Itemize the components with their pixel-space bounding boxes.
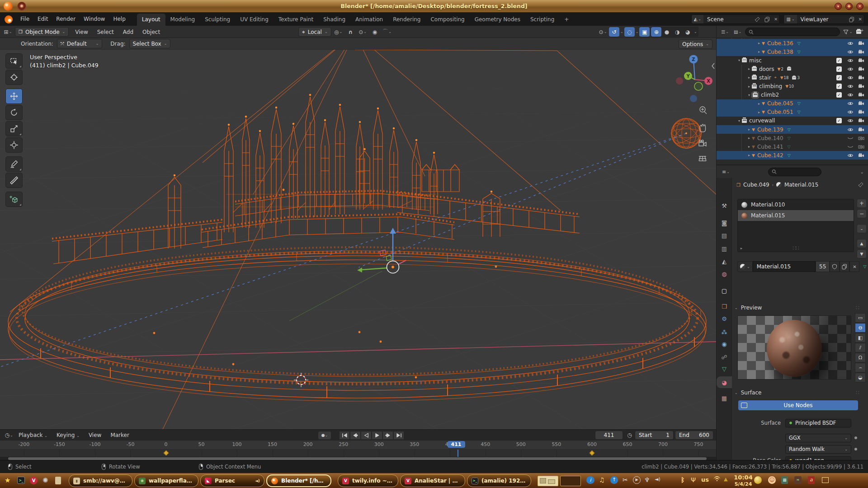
tool-rotate[interactable] — [5, 105, 23, 120]
outliner-display-mode-dropdown[interactable]: ☰⌄ — [720, 27, 730, 37]
hide-viewport-toggle[interactable] — [847, 136, 854, 141]
browse-material-dropdown[interactable]: ⌄ — [737, 261, 753, 272]
tray-play-icon[interactable]: ▶ — [633, 476, 641, 484]
disable-render-toggle[interactable] — [858, 49, 864, 55]
show-desktop-button[interactable] — [822, 477, 829, 483]
proportional-editing-toggle[interactable]: ◉ — [370, 27, 380, 37]
viewport-menu-select[interactable]: Select — [93, 29, 118, 35]
tab-tool[interactable]: ⚒ — [717, 200, 732, 211]
stopwatch-icon[interactable]: ◷ — [624, 431, 635, 440]
pin-icon[interactable] — [752, 17, 762, 22]
hide-viewport-toggle[interactable] — [847, 153, 854, 158]
end-frame-field[interactable]: End600 — [675, 431, 713, 440]
hide-viewport-toggle[interactable] — [847, 49, 854, 55]
preview-cube[interactable]: ◧ — [855, 333, 866, 343]
outliner-row[interactable]: ▸ ▼Cube.142▽ — [717, 151, 868, 160]
close-button[interactable]: ✕ — [856, 3, 863, 10]
tab-texture[interactable]: ▦ — [717, 392, 732, 404]
orientation-default-dropdown[interactable]: ⤱Default⌄ — [57, 39, 103, 48]
keyframe-diamond[interactable] — [589, 450, 595, 456]
tool-transform[interactable] — [5, 137, 23, 153]
disable-render-toggle[interactable] — [858, 118, 864, 123]
taskbar-window-v[interactable]: VAnalieStar | H... — [400, 474, 465, 487]
expand-arrow[interactable]: ▾ — [736, 58, 742, 62]
xray-toggle[interactable]: ▣ — [639, 27, 650, 37]
tray-calculator-icon[interactable]: ▦ — [781, 476, 788, 484]
workspace-tab-compositing[interactable]: Compositing — [425, 14, 469, 26]
archive-app-icon[interactable] — [55, 477, 61, 484]
disable-render-toggle[interactable] — [858, 136, 864, 141]
tool-add-cube[interactable] — [5, 192, 23, 207]
blender-logo-icon[interactable] — [5, 15, 13, 23]
tab-constraints[interactable]: ☍ — [717, 351, 732, 363]
outliner-row[interactable]: ▸ doors▼2✓ — [717, 65, 868, 73]
editor-type-icon[interactable]: ⊞⌄ — [3, 27, 13, 37]
animate-dot[interactable] — [854, 436, 857, 439]
viewport-menu-view[interactable]: View — [71, 29, 92, 35]
disable-render-toggle[interactable] — [858, 58, 864, 63]
workspace-pager-active[interactable] — [538, 476, 558, 486]
workspace-tab-uv-editing[interactable]: UV Editing — [235, 14, 274, 26]
shading-dropdown[interactable]: ⌄ — [693, 27, 698, 37]
viewport-canvas[interactable]: Z X Y — [0, 50, 716, 429]
disable-render-toggle[interactable] — [858, 127, 864, 132]
play-reverse-button[interactable] — [361, 431, 372, 440]
tray-usb-icon[interactable]: Ψ — [691, 476, 696, 483]
shading-solid-button[interactable]: ● — [661, 27, 672, 37]
slot-specials-dropdown[interactable]: ⌄ — [857, 224, 867, 233]
timeline-menu-keying[interactable]: Keying ⌄ — [52, 432, 84, 438]
expand-arrow[interactable]: ▸ — [746, 67, 752, 71]
outliner-row[interactable]: ▾ misc✓ — [717, 56, 868, 65]
viewport-menu-object[interactable]: Object — [138, 29, 165, 35]
unlink-material-icon[interactable]: ✕ — [849, 261, 859, 272]
outliner-row[interactable]: ▸ ▼Cube.139▽ — [717, 125, 868, 134]
workspace-tab-sculpting[interactable]: Sculpting — [200, 14, 235, 26]
outliner-filter-id-dropdown[interactable]: ▤⌄ — [732, 27, 743, 37]
material-slot-row[interactable]: Material.010 — [738, 199, 854, 210]
expand-arrow[interactable]: ▸ — [746, 153, 752, 157]
slots-expander[interactable]: ▸ — [741, 246, 742, 250]
menu-edit[interactable]: Edit — [33, 13, 52, 26]
workspace-pager-2[interactable] — [560, 476, 581, 486]
shading-wireframe-button[interactable]: ⊕ — [651, 27, 661, 37]
properties-search-input[interactable] — [768, 168, 821, 176]
shading-material-button[interactable]: ◑ — [672, 27, 682, 37]
fake-user-shield-icon[interactable] — [830, 261, 840, 272]
viewlayer-name[interactable]: ViewLayer — [797, 16, 847, 23]
pivot-point-dropdown[interactable]: ◎⌄ — [333, 27, 344, 37]
disable-render-toggle[interactable] — [858, 153, 864, 158]
properties-options-dropdown[interactable]: ⌄ — [860, 169, 864, 174]
tab-object[interactable]: ❒ — [717, 300, 732, 312]
proportional-falloff-dropdown[interactable]: ⌒⌄ — [382, 27, 392, 37]
dropdown-ggx[interactable]: GGX⌄ — [785, 434, 851, 442]
overlays-dropdown[interactable]: ⌄ — [636, 30, 639, 34]
show-gizmo-toggle[interactable]: ↺ — [609, 27, 619, 37]
expand-arrow[interactable]: ▸ — [756, 110, 762, 114]
previous-keyframe-button[interactable] — [350, 431, 361, 440]
tab-collection[interactable]: ▢ — [717, 285, 732, 296]
options-button[interactable]: Options⌄ — [679, 39, 712, 49]
tray-bag-icon[interactable]: ❧ — [794, 476, 802, 484]
workspace-tab-layout[interactable]: Layout — [137, 14, 165, 26]
tab-scene[interactable]: ◭ — [717, 255, 732, 267]
tab-particles[interactable]: ⁂ — [717, 326, 732, 338]
start-frame-field[interactable]: Start1 — [635, 431, 674, 440]
expand-arrow[interactable]: ▸ — [746, 136, 752, 140]
hide-viewport-toggle[interactable] — [847, 66, 854, 72]
collection-checkbox[interactable]: ✓ — [836, 66, 842, 72]
timeline-ruler[interactable]: -200-150-100-500501001502002503003504004… — [0, 441, 716, 450]
timeline-menu-playback[interactable]: Playback ⌄ — [14, 432, 52, 438]
tab-modifiers[interactable]: ⚙ — [717, 313, 732, 324]
drag-mode-dropdown[interactable]: Select Box⌄ — [129, 39, 171, 48]
hide-viewport-toggle[interactable] — [847, 84, 854, 89]
tray-claw-icon[interactable]: ♆ — [644, 476, 650, 483]
taskbar-clock[interactable]: 10:045/4/24 — [733, 474, 753, 488]
remove-slot-button[interactable]: − — [857, 209, 867, 218]
slot-move-down-button[interactable]: ▼ — [857, 249, 867, 258]
expand-arrow[interactable]: ▸ — [756, 41, 762, 45]
new-collection-button[interactable]: + — [855, 27, 865, 37]
value-base-color[interactable]: wood1.png — [785, 456, 851, 460]
outliner-row[interactable]: ▸ ▼Cube.051▽ — [717, 108, 868, 117]
taskbar-window-image[interactable]: ❀wallpaperflare... — [134, 474, 198, 487]
hide-viewport-toggle[interactable] — [847, 118, 854, 123]
